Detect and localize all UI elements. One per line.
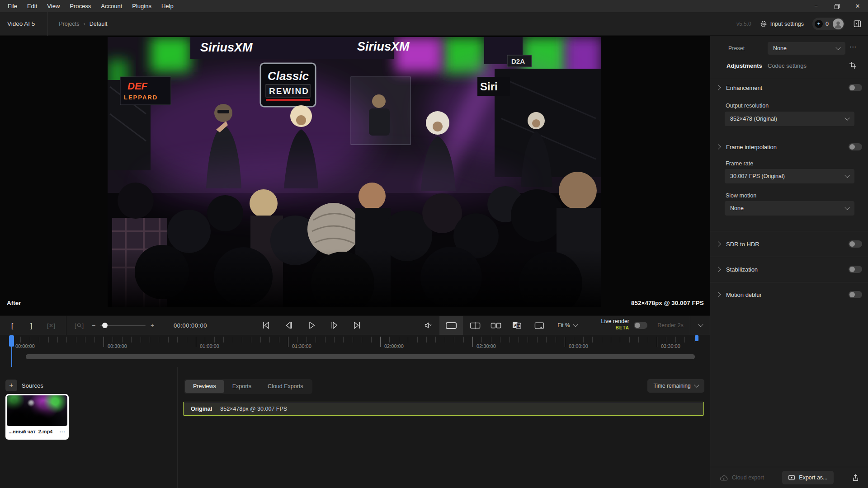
slow-motion-dropdown[interactable]: None: [725, 201, 854, 216]
preset-dropdown[interactable]: None: [768, 42, 845, 55]
preview-row-info: 852×478px @ 30.007 FPS: [220, 406, 287, 412]
view-single-button[interactable]: [439, 316, 463, 335]
menu-file[interactable]: File: [3, 0, 22, 12]
export-box-icon: [788, 474, 795, 481]
view-split-button[interactable]: [466, 316, 485, 335]
skip-end-button[interactable]: [351, 319, 363, 331]
tab-adjustments[interactable]: Adjustments: [726, 62, 762, 69]
menu-plugins[interactable]: Plugins: [127, 0, 156, 12]
sort-dropdown[interactable]: Time remaining: [647, 379, 704, 393]
preview-tabs: Previews Exports Cloud Exports: [184, 379, 312, 394]
close-button[interactable]: ✕: [847, 0, 868, 12]
mute-button[interactable]: [420, 316, 436, 335]
header-right: v5.5.0 Input settings + 0: [736, 18, 868, 30]
zoom-in-button[interactable]: +: [148, 316, 156, 335]
crop-icon[interactable]: [849, 61, 857, 69]
menu-view[interactable]: View: [42, 0, 65, 12]
preset-more-button[interactable]: ⋯: [849, 43, 857, 51]
enhancement-toggle[interactable]: [849, 84, 862, 91]
restore-icon: [835, 4, 839, 9]
section-label: Stabilization: [726, 266, 758, 273]
timeline-scrollbar[interactable]: [26, 354, 695, 359]
section-motion-deblur[interactable]: Motion deblur: [717, 288, 862, 301]
trim-end-marker[interactable]: [695, 335, 698, 341]
trim-clear-button[interactable]: [✕]: [43, 316, 59, 335]
trim-out-button[interactable]: ]: [26, 316, 36, 335]
chevron-down-icon: [698, 322, 703, 327]
menu-help[interactable]: Help: [156, 0, 179, 12]
source-more-button[interactable]: ⋯: [59, 428, 66, 435]
step-back-button[interactable]: [283, 319, 295, 331]
sidebar-divider: [710, 282, 868, 282]
share-icon[interactable]: [852, 474, 859, 482]
source-card[interactable]: ...нный чат_2.mp4 ⋯: [5, 394, 69, 440]
output-resolution-label: Output resolution: [726, 103, 769, 109]
frame-rate-dropdown[interactable]: 30.007 FPS (Original): [725, 169, 854, 183]
video-preview[interactable]: SiriusXM SiriusXM DEF LEPPARD D2A Siri C…: [108, 37, 601, 307]
timeline-major-tick: [288, 337, 288, 347]
panel-toggle-icon[interactable]: [853, 19, 862, 28]
tab-codec-settings[interactable]: Codec settings: [768, 62, 807, 69]
preview-row-original[interactable]: Original 852×478px @ 30.007 FPS: [183, 402, 704, 416]
section-stabilization[interactable]: Stabilization: [717, 263, 862, 276]
cloud-export-button[interactable]: Cloud export: [719, 474, 764, 482]
timeline[interactable]: 00:00:00 00:30:00 01:00:00 01:30:00 02:0…: [0, 335, 710, 367]
timeline-label: 02:00:00: [384, 343, 404, 349]
classic-rewind-logo-bottom: REWIND: [269, 86, 309, 96]
skip-start-button[interactable]: [260, 319, 272, 331]
breadcrumb-separator: ›: [83, 20, 85, 27]
playhead[interactable]: [9, 335, 14, 367]
avatar[interactable]: [833, 19, 844, 29]
zoom-select-button[interactable]: [ ]: [71, 316, 87, 335]
render-options-button[interactable]: [693, 316, 708, 335]
frame-interpolation-toggle[interactable]: [849, 143, 862, 150]
export-as-button[interactable]: Export as...: [782, 471, 833, 484]
section-enhancement[interactable]: Enhancement: [717, 81, 862, 94]
controlbar-divider: [66, 316, 66, 335]
input-settings-label: Input settings: [770, 21, 804, 27]
step-forward-button[interactable]: [329, 319, 340, 331]
timeline-ruler[interactable]: [11, 337, 698, 343]
bottom-panel: + Sources ...нный чат_2.mp4 ⋯ Previews E…: [0, 367, 710, 488]
menu-account[interactable]: Account: [96, 0, 127, 12]
fit-zoom-dropdown[interactable]: Fit %: [553, 316, 581, 335]
menu-edit[interactable]: Edit: [22, 0, 42, 12]
account-pill[interactable]: + 0: [812, 18, 844, 30]
transport-controls: [260, 316, 363, 335]
beta-badge: BETA: [588, 325, 629, 331]
add-source-button[interactable]: +: [5, 380, 17, 391]
fit-zoom-label: Fit %: [557, 322, 570, 328]
minimize-button[interactable]: −: [806, 0, 826, 12]
siriusxm-partial-right: Siri: [480, 80, 498, 93]
motion-deblur-toggle[interactable]: [849, 291, 862, 298]
playback-controls: [ ] [✕] [ ] − + 00:00:00:00 A: [0, 315, 710, 335]
zoom-slider-knob[interactable]: [102, 323, 108, 328]
restore-button[interactable]: [826, 0, 847, 12]
view-ab-compare-button[interactable]: A B: [507, 316, 526, 335]
stabilization-toggle[interactable]: [849, 266, 862, 273]
app-header: Video AI 5 Projects › Default v5.5.0 Inp…: [0, 12, 868, 36]
chevron-right-icon: [716, 292, 721, 297]
tab-previews[interactable]: Previews: [185, 380, 224, 393]
sdr-to-hdr-toggle[interactable]: [849, 240, 862, 248]
zoom-out-button[interactable]: −: [90, 316, 98, 335]
menu-process[interactable]: Process: [65, 0, 96, 12]
skip-end-icon: [353, 321, 362, 330]
output-resolution-dropdown[interactable]: 852×478 (Original): [725, 112, 854, 126]
timeline-label: 00:30:00: [108, 343, 127, 349]
breadcrumb-projects[interactable]: Projects: [59, 21, 79, 27]
play-button[interactable]: [306, 319, 317, 331]
timeline-major-tick: [380, 337, 381, 347]
section-sdr-to-hdr[interactable]: SDR to HDR: [717, 238, 862, 250]
tab-exports[interactable]: Exports: [224, 380, 259, 393]
tab-cloud-exports[interactable]: Cloud Exports: [259, 380, 311, 393]
render-button[interactable]: Render 2s: [655, 316, 686, 335]
section-frame-interpolation[interactable]: Frame interpolation: [717, 141, 862, 153]
window-controls: − ✕: [806, 0, 868, 12]
view-fit-button[interactable]: [530, 316, 549, 335]
step-forward-icon: [330, 321, 339, 330]
live-render-toggle[interactable]: [634, 322, 647, 329]
view-side-by-side-button[interactable]: [486, 316, 505, 335]
input-settings-button[interactable]: Input settings: [760, 20, 804, 28]
trim-in-button[interactable]: [: [7, 316, 17, 335]
